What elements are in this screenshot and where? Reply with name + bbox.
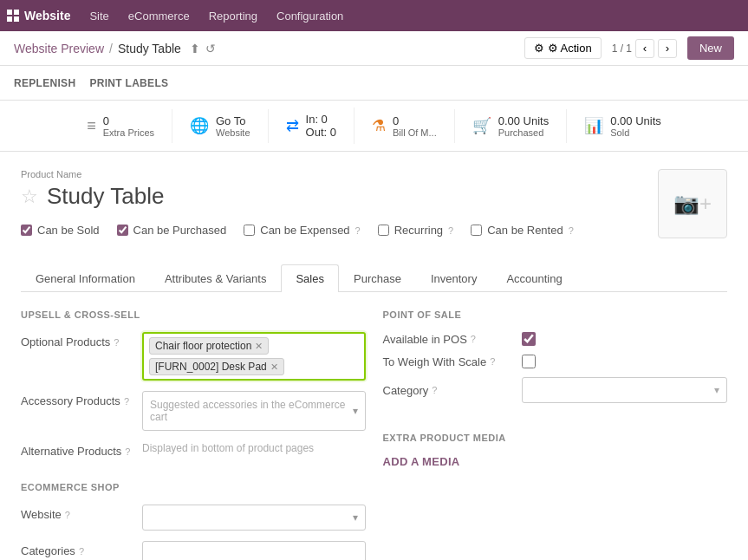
categories-value[interactable] (142, 541, 366, 560)
stat-in-out[interactable]: ⇄ In: 0 Out: 0 (269, 107, 354, 144)
can-expensed-input[interactable] (244, 225, 255, 236)
nav-reporting[interactable]: Reporting (200, 4, 266, 28)
tab-accounting[interactable]: Accounting (491, 264, 576, 292)
can-purchased-input[interactable] (117, 225, 128, 236)
breadcrumb-actions: ⚙ ⚙ Action 1 / 1 ‹ › New (524, 36, 734, 60)
recurring-help-icon[interactable]: ? (448, 225, 453, 236)
star-icon[interactable]: ☆ (21, 186, 38, 208)
tabs-bar: General Information Attributes & Variant… (21, 264, 727, 292)
categories-tags[interactable] (142, 541, 366, 560)
chevron-down-icon: ▾ (353, 511, 358, 524)
new-button[interactable]: New (687, 36, 734, 60)
weigh-scale-label: To Weigh With Scale ? (383, 355, 522, 368)
optional-products-help-icon[interactable]: ? (114, 337, 119, 348)
website-dropdown[interactable]: ▾ (142, 505, 366, 531)
page-indicator: 1 / 1 (612, 42, 632, 55)
prev-page-button[interactable]: ‹ (635, 39, 654, 58)
category-dropdown[interactable]: ▾ (522, 377, 728, 403)
stat-extra-prices[interactable]: ≡ 0 Extra Prices (69, 109, 172, 143)
tag-remove-icon[interactable]: ✕ (270, 361, 278, 373)
optional-products-tags[interactable]: Chair floor protection ✕ [FURN_0002] Des… (142, 332, 366, 381)
photo-placeholder[interactable]: 📷+ (658, 169, 727, 238)
weigh-scale-field: To Weigh With Scale ? (383, 355, 728, 368)
accessory-products-dropdown[interactable]: Suggested accessories in the eCommerce c… (142, 391, 366, 431)
list-icon: ≡ (87, 117, 96, 135)
extra-prices-value: 0 (103, 114, 154, 127)
tab-attributes-variants[interactable]: Attributes & Variants (150, 264, 282, 292)
extra-media-section: EXTRA PRODUCT MEDIA ADD A MEDIA (383, 433, 728, 468)
stat-sold[interactable]: 📊 0.00 Units Sold (567, 109, 679, 143)
can-purchased-checkbox[interactable]: Can be Purchased (117, 224, 227, 237)
app-logo[interactable]: Website (7, 9, 70, 23)
website-help-icon[interactable]: ? (65, 510, 70, 520)
action-button[interactable]: ⚙ ⚙ Action (524, 37, 602, 59)
chevron-down-icon: ▾ (714, 384, 719, 396)
weigh-scale-checkbox[interactable] (522, 355, 536, 368)
app-name: Website (24, 9, 70, 23)
nav-configuration[interactable]: Configuration (268, 4, 352, 28)
replenish-button[interactable]: REPLENISH (14, 77, 75, 89)
weigh-scale-help-icon[interactable]: ? (490, 356, 495, 367)
nav-site[interactable]: Site (81, 4, 117, 28)
refresh-icon[interactable]: ↺ (205, 42, 216, 55)
top-navigation: Website Site eCommerce Reporting Configu… (0, 0, 748, 31)
add-media-button[interactable]: ADD A MEDIA (383, 455, 728, 468)
stat-bill-of-materials[interactable]: ⚗ 0 Bill Of M... (354, 109, 455, 143)
alternative-products-help-icon[interactable]: ? (125, 446, 130, 457)
available-pos-help-icon[interactable]: ? (471, 334, 476, 344)
optional-products-value: Chair floor protection ✕ [FURN_0002] Des… (142, 332, 366, 381)
can-rented-checkbox[interactable]: Can be Rented ? (471, 224, 574, 237)
breadcrumb-parent[interactable]: Website Preview (14, 42, 104, 55)
in-value: In: 0 (306, 113, 336, 126)
upload-icon[interactable]: ⬆ (190, 42, 200, 55)
recurring-checkbox[interactable]: Recurring ? (378, 224, 453, 237)
tag-label: Chair floor protection (155, 340, 251, 352)
can-sold-input[interactable] (21, 225, 32, 236)
tab-sales[interactable]: Sales (281, 264, 339, 292)
can-expensed-help-icon[interactable]: ? (355, 225, 361, 236)
accessory-products-placeholder: Suggested accessories in the eCommerce c… (150, 395, 353, 427)
can-expensed-checkbox[interactable]: Can be Expensed ? (244, 224, 360, 237)
next-page-button[interactable]: › (658, 39, 677, 58)
website-value[interactable]: ▾ (142, 505, 366, 531)
sold-label: Sold (610, 127, 661, 138)
tab-purchase[interactable]: Purchase (339, 264, 416, 292)
breadcrumb: Website Preview / Study Table ⬆ ↺ (14, 42, 216, 55)
alternative-products-placeholder: Displayed in bottom of product pages (142, 439, 314, 458)
available-in-pos-checkbox[interactable] (522, 332, 536, 346)
website-label: Website ? (21, 505, 142, 521)
can-sold-checkbox[interactable]: Can be Sold (21, 224, 100, 237)
accessory-products-label: Accessory Products ? (21, 391, 142, 407)
accessory-products-help-icon[interactable]: ? (124, 396, 129, 407)
can-rented-help-icon[interactable]: ? (569, 225, 574, 236)
optional-products-label: Optional Products ? (21, 332, 142, 348)
can-purchased-label: Can be Purchased (133, 224, 227, 237)
category-label: Category ? (383, 384, 522, 397)
stat-purchased[interactable]: 🛒 0.00 Units Purchased (455, 109, 568, 143)
nav-ecommerce[interactable]: eCommerce (120, 4, 198, 28)
recurring-input[interactable] (378, 225, 389, 236)
tag-remove-icon[interactable]: ✕ (255, 341, 263, 352)
product-title-row: ☆ Study Table (21, 183, 641, 210)
product-checkboxes: Can be Sold Can be Purchased Can be Expe… (21, 224, 641, 237)
breadcrumb-separator: / (109, 42, 113, 55)
sales-tab-content: UPSELL & CROSS-SELL Optional Products ? … (21, 292, 727, 560)
category-value[interactable]: ▾ (522, 377, 728, 403)
purchased-value: 0.00 Units (498, 114, 550, 127)
ecommerce-section-title: ECOMMERCE SHOP (21, 482, 366, 492)
can-rented-input[interactable] (471, 225, 482, 236)
tab-general-information[interactable]: General Information (21, 264, 150, 292)
grid-icon (7, 10, 19, 22)
category-help-icon[interactable]: ? (432, 385, 437, 395)
extra-media-title: EXTRA PRODUCT MEDIA (383, 433, 728, 443)
print-labels-button[interactable]: PRINT LABELS (89, 77, 168, 89)
breadcrumb-current: Study Table (118, 42, 181, 55)
can-rented-label: Can be Rented (487, 224, 563, 237)
pos-section-title: POINT OF SALE (383, 309, 728, 320)
page-nav: 1 / 1 ‹ › (612, 39, 677, 58)
categories-help-icon[interactable]: ? (79, 546, 84, 557)
flask-icon: ⚗ (372, 116, 386, 135)
tab-inventory[interactable]: Inventory (416, 264, 491, 292)
goto-website-value: Go To (216, 114, 250, 127)
stat-go-to-website[interactable]: 🌐 Go To Website (172, 109, 269, 143)
